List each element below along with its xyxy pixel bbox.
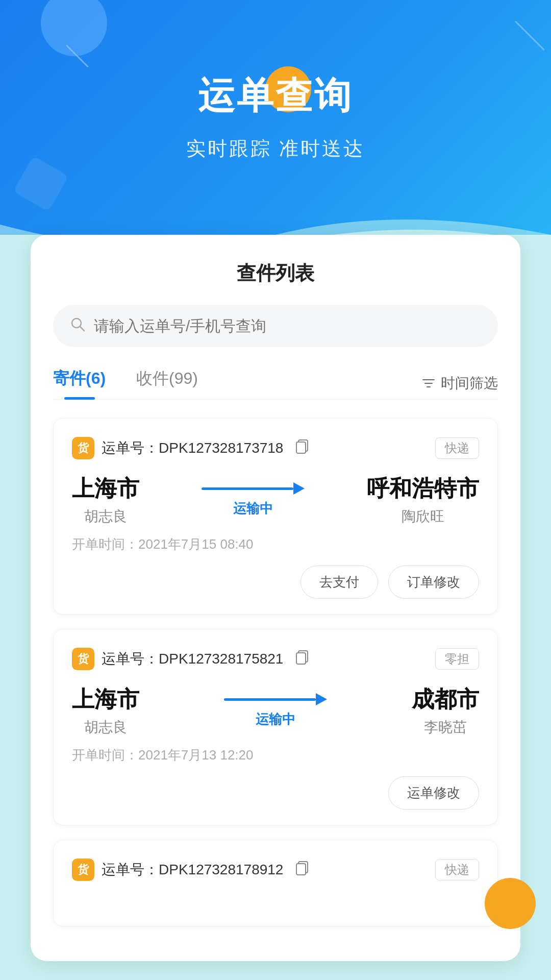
- order-header-2: 货 运单号：DPK127328175821 零担: [72, 648, 479, 670]
- header-background: 运单查询 实时跟踪 准时送达: [0, 0, 551, 265]
- svg-rect-3: [296, 442, 306, 453]
- copy-icon-3[interactable]: [294, 861, 310, 879]
- search-icon: [69, 316, 86, 336]
- filter-button[interactable]: 时间筛选: [421, 374, 498, 393]
- copy-icon-1[interactable]: [294, 439, 310, 458]
- svg-line-1: [80, 327, 84, 331]
- main-card: 查件列表 寄件(6) 收件(99): [31, 235, 520, 961]
- header-content: 运单查询 实时跟踪 准时送达: [0, 0, 551, 162]
- copy-icon-2[interactable]: [294, 650, 310, 669]
- deco-circle-yellow-br: [485, 878, 536, 929]
- route-section-2: 上海市 胡志良 运输中 成都市 李晓茁: [72, 684, 479, 737]
- order-icon-3: 货: [72, 859, 94, 881]
- order-header-3: 货 运单号：DPK127328178912 快递: [72, 859, 479, 881]
- svg-rect-5: [296, 653, 306, 664]
- order-header-left-3: 货 运单号：DPK127328178912: [72, 859, 310, 881]
- order-header-left-2: 货 运单号：DPK127328175821: [72, 648, 310, 670]
- order-card-2: 货 运单号：DPK127328175821 零担: [53, 629, 498, 825]
- order-icon-1: 货: [72, 437, 94, 459]
- tab-receive[interactable]: 收件(99): [136, 368, 198, 399]
- to-city-1: 呼和浩特市 陶欣旺: [367, 474, 479, 526]
- order-card-1: 货 运单号：DPK127328173718 快递: [53, 418, 498, 615]
- order-header-left-1: 货 运单号：DPK127328173718: [72, 437, 310, 459]
- filter-label: 时间筛选: [441, 374, 498, 393]
- order-time-1: 开单时间：2021年7月15 08:40: [72, 535, 479, 553]
- search-bar[interactable]: [53, 305, 498, 347]
- order-number-2: 运单号：DPK127328175821: [102, 649, 283, 669]
- from-city-1: 上海市 胡志良: [72, 474, 139, 526]
- pay-button-1[interactable]: 去支付: [300, 566, 378, 599]
- arrow-bar-1: [202, 487, 293, 490]
- order-icon-2: 货: [72, 648, 94, 670]
- order-tag-2: 零担: [435, 648, 479, 670]
- route-arrow-2: 运输中: [224, 693, 327, 728]
- arrow-line-2: [224, 693, 327, 705]
- tabs-container: 寄件(6) 收件(99) 时间筛选: [53, 368, 498, 400]
- modify-button-1[interactable]: 订单修改: [388, 566, 479, 599]
- order-icon-text-1: 货: [78, 440, 89, 456]
- filter-icon: [421, 376, 436, 390]
- to-city-2: 成都市 李晓茁: [412, 684, 479, 737]
- from-city-2: 上海市 胡志良: [72, 684, 139, 737]
- order-time-2: 开单时间：2021年7月13 12:20: [72, 746, 479, 764]
- card-title: 查件列表: [53, 260, 498, 286]
- search-input[interactable]: [94, 317, 482, 335]
- order-number-3: 运单号：DPK127328178912: [102, 860, 283, 879]
- arrow-line-1: [202, 482, 305, 495]
- order-header-1: 货 运单号：DPK127328173718 快递: [72, 437, 479, 459]
- order-number-1: 运单号：DPK127328173718: [102, 438, 283, 458]
- arrow-head-1: [293, 482, 305, 495]
- svg-rect-7: [296, 864, 306, 875]
- order-icon-text-2: 货: [78, 651, 89, 667]
- action-buttons-1: 去支付 订单修改: [72, 566, 479, 599]
- transport-status-1: 运输中: [233, 500, 273, 518]
- order-card-3: 货 运单号：DPK127328178912 快递: [53, 840, 498, 926]
- order-tag-1: 快递: [435, 437, 479, 459]
- main-title: 运单查询: [0, 71, 551, 120]
- action-buttons-2: 运单修改: [72, 776, 479, 810]
- transport-status-2: 运输中: [256, 710, 295, 728]
- tab-send[interactable]: 寄件(6): [53, 368, 106, 399]
- order-tag-3: 快递: [435, 859, 479, 880]
- order-icon-text-3: 货: [78, 862, 89, 877]
- sub-title: 实时跟踪 准时送达: [0, 136, 551, 162]
- arrow-bar-2: [224, 698, 316, 701]
- arrow-head-2: [316, 693, 327, 705]
- route-arrow-1: 运输中: [202, 482, 305, 518]
- modify-button-2[interactable]: 运单修改: [388, 776, 479, 810]
- route-section-1: 上海市 胡志良 运输中 呼和浩特市 陶欣旺: [72, 474, 479, 526]
